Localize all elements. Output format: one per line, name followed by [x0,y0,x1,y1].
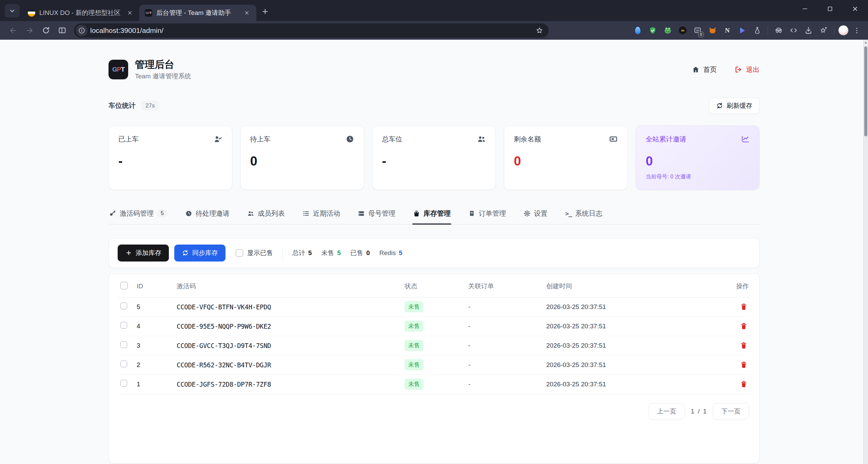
minimize-button[interactable] [797,3,812,15]
tab-订单管理[interactable]: 订单管理 [468,209,507,224]
add-inventory-button[interactable]: 添加库存 [118,245,169,262]
bag-icon [413,210,420,217]
site-info-icon[interactable] [76,25,87,36]
scrollbar-up-arrow[interactable]: ▲ [864,40,868,45]
maximize-button[interactable] [823,3,837,15]
trash-icon [740,322,748,330]
page-scrollbar[interactable]: ▲ [863,40,868,464]
summary-未售: 未售5 [321,249,341,257]
terminal-icon: >_ [565,210,572,217]
select-all-checkbox[interactable] [120,282,128,289]
col-header-status: 状态 [405,282,468,291]
delete-row-button[interactable] [738,321,749,331]
scrollbar-thumb[interactable] [864,46,867,136]
tab-库存管理[interactable]: 库存管理 [412,209,451,224]
status-badge: 未售 [405,340,423,351]
cell-code: CCODE-GVCC-T3QJ-D9T4-7SND [177,342,405,349]
tab-title: 后台管理 - Team 邀请助手 [156,8,238,17]
tab-设置[interactable]: 设置 [523,209,548,224]
download-icon[interactable] [803,25,814,36]
split-view-button[interactable] [55,23,69,38]
profile-button[interactable] [837,25,849,36]
tab-激活码管理[interactable]: 激活码管理5 [108,209,168,224]
show-sold-checkbox[interactable] [236,249,243,257]
extension-badge: 0 [698,32,704,37]
row-checkbox[interactable] [120,341,127,348]
cell-order: - [468,381,546,388]
close-button[interactable] [848,3,863,15]
stat-card-label: 待上车 [250,135,271,144]
fox-icon[interactable] [707,25,718,36]
table-row: 3CCODE-GVCC-T3QJ-D9T4-7SND未售-2026-03-25 … [118,336,750,355]
bookmark-star-button[interactable] [534,25,545,36]
summary-label: 总计 [292,249,305,257]
play-icon[interactable] [736,25,748,36]
row-checkbox[interactable] [120,303,127,309]
reload-button[interactable] [39,23,53,38]
star-sparkle-icon[interactable] [817,25,829,36]
tab-close-icon[interactable] [242,8,252,18]
tab-待处理邀请[interactable]: 待处理邀请 [184,209,230,224]
status-badge: 未售 [405,321,423,332]
address-bar[interactable]: localhost:39001/admin/ [74,23,549,38]
nav-tabs: 激活码管理5待处理邀请成员列表近期活动母号管理库存管理订单管理设置>_系统日志 [108,209,760,225]
tab-母号管理[interactable]: 母号管理 [357,209,396,224]
profile-avatar [838,25,849,36]
prev-page-button[interactable]: 上一页 [649,403,685,420]
tab-search-button[interactable] [5,4,20,18]
home-icon [692,65,700,74]
flask-icon[interactable] [751,25,763,36]
browser-tab-2[interactable]: GPT后台管理 - Team 邀请助手 [139,5,256,21]
notion-icon[interactable]: N [722,25,733,36]
key-icon [109,210,116,217]
trash-icon [740,303,748,311]
browser-menu-button[interactable] [851,25,863,36]
back-button[interactable] [6,23,20,38]
app-logo: GPT [108,60,128,79]
row-checkbox[interactable] [120,361,127,367]
refresh-cache-button[interactable]: 刷新缓存 [709,98,760,114]
tab-近期活动[interactable]: 近期活动 [302,209,341,224]
refresh-icon [716,102,723,109]
col-header-created: 创建时间 [546,282,706,291]
window-controls [797,3,863,15]
table-row: 1CCODE-JGFS-72D8-DP7R-7ZF8未售-2026-03-25 … [118,375,750,394]
next-page-button[interactable]: 下一页 [713,403,749,420]
home-link[interactable]: 首页 [692,65,717,74]
delete-row-button[interactable] [738,360,749,370]
browser-tab-1[interactable]: LINUX DO - 新的理想型社区 [22,5,139,21]
logout-label: 退出 [746,65,760,74]
delete-row-button[interactable] [738,379,749,389]
forward-button[interactable] [22,23,37,38]
keyboard-badge-icon[interactable]: 0 [692,25,703,36]
current-page: 1 [691,408,695,415]
infinity-icon[interactable]: ∞ [677,25,688,36]
row-checkbox[interactable] [120,322,127,329]
logout-button[interactable]: 退出 [734,65,760,74]
frog-icon[interactable] [662,25,673,36]
logo-letter-g: G [112,66,117,73]
code-icon[interactable] [788,25,799,36]
delete-row-button[interactable] [738,302,749,312]
tab-label: 库存管理 [423,209,451,218]
countdown-badge: 27s [141,101,159,111]
cell-id: 1 [137,381,177,388]
blue-drop-icon[interactable] [632,25,644,36]
sync-inventory-button[interactable]: 同步库存 [174,245,225,262]
tab-成员列表[interactable]: 成员列表 [246,209,285,224]
row-checkbox[interactable] [120,380,127,387]
shield-check-icon[interactable] [647,25,658,36]
new-tab-button[interactable] [258,5,272,18]
status-badge: 未售 [405,379,423,390]
tab-系统日志[interactable]: >_系统日志 [565,209,603,224]
summary-label: 未售 [321,249,334,257]
col-header-id: ID [137,283,177,290]
delete-row-button[interactable] [738,340,749,351]
page-content: GPT 管理后台 Team 邀请管理系统 首页 退出 车位统计 27s [0,40,868,464]
summary-value: 5 [337,249,341,257]
page-indicator: 1 / 1 [691,408,707,415]
tab-close-icon[interactable] [125,8,135,18]
trash-icon [740,361,748,369]
incognito-glasses-icon[interactable] [773,25,784,36]
show-sold-toggle[interactable]: 显示已售 [236,249,273,257]
